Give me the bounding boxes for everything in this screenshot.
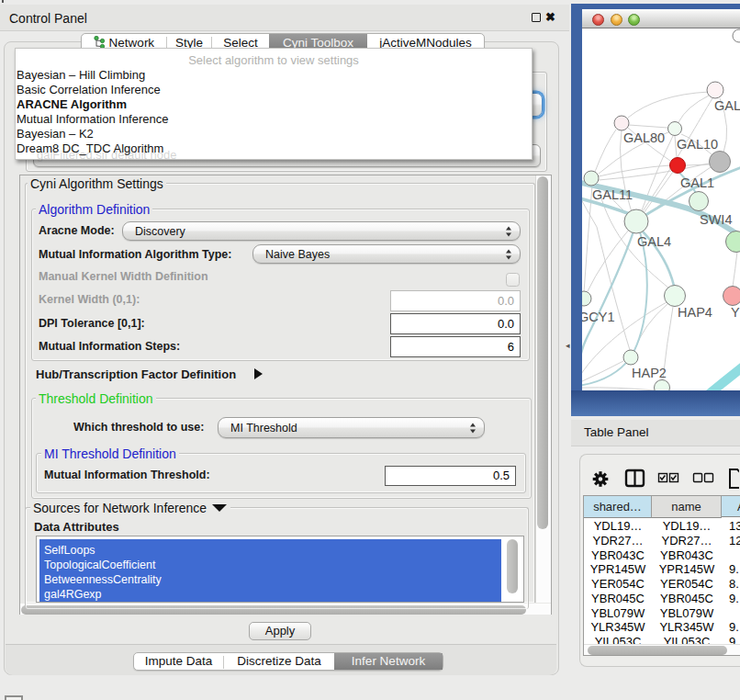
svg-text:HAP4: HAP4 (678, 305, 712, 320)
svg-text:GAL: GAL (714, 98, 740, 113)
svg-text:Y: Y (731, 305, 740, 320)
svg-text:GAL11: GAL11 (592, 187, 633, 202)
svg-text:GAL80: GAL80 (623, 130, 665, 145)
svg-text:GAL10: GAL10 (677, 137, 718, 152)
svg-text:GAL1: GAL1 (680, 175, 714, 190)
svg-text:GCY1: GCY1 (582, 310, 615, 324)
svg-text:GAL4: GAL4 (637, 234, 671, 249)
svg-text:HAP2: HAP2 (632, 366, 667, 380)
svg-text:SWI4: SWI4 (700, 212, 732, 227)
